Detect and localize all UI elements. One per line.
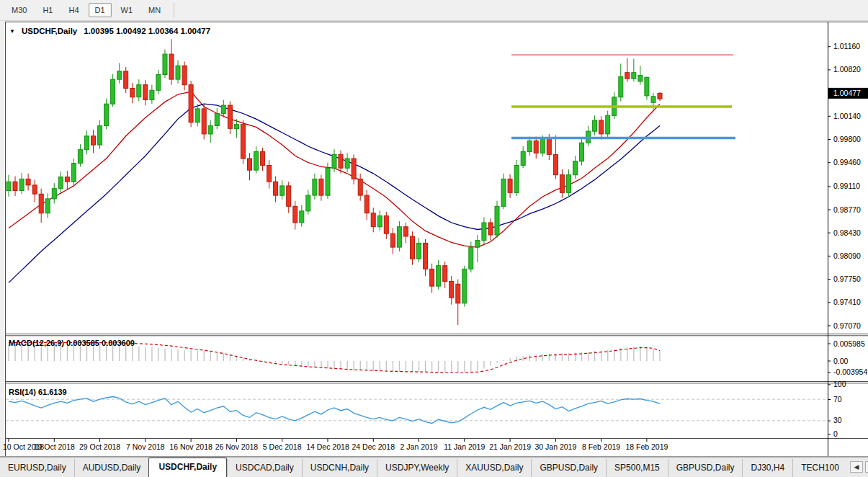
- chart-tab-dj30-10[interactable]: DJ30,H4: [742, 459, 792, 477]
- svg-text:14 Dec 2018: 14 Dec 2018: [306, 442, 349, 451]
- svg-text:0.99460: 0.99460: [833, 158, 861, 166]
- timeframe-button-w1[interactable]: W1: [115, 3, 140, 17]
- svg-text:0.97070: 0.97070: [833, 321, 861, 330]
- chart-title: ▼ USDCHF,Daily 1.00395 1.00492 1.00364 1…: [9, 27, 210, 35]
- svg-text:29 Oct 2018: 29 Oct 2018: [79, 442, 120, 451]
- svg-text:1.00140: 1.00140: [833, 112, 861, 120]
- timeframe-button-d1[interactable]: D1: [89, 3, 112, 17]
- svg-text:18 Feb 2019: 18 Feb 2019: [625, 442, 668, 451]
- tab-scroll-left-icon[interactable]: ◀: [850, 461, 863, 473]
- svg-text:100: 100: [833, 380, 846, 388]
- chart-ohlc-values: 1.00395 1.00492 1.00364 1.00477: [84, 27, 210, 35]
- svg-text:30 Jan 2019: 30 Jan 2019: [534, 442, 576, 451]
- chart-tab-audusd-1[interactable]: AUDUSD,Daily: [74, 459, 149, 477]
- chart-tab-gbpusd-7[interactable]: GBPUSD,Daily: [531, 459, 606, 477]
- svg-text:19 Oct 2018: 19 Oct 2018: [34, 442, 75, 451]
- chart-tab-xauusd-6[interactable]: XAUUSD,Daily: [457, 459, 531, 477]
- svg-text:21 Jan 2019: 21 Jan 2019: [489, 442, 531, 451]
- svg-text:26 Nov 2018: 26 Nov 2018: [215, 442, 259, 451]
- chart-canvas[interactable]: 1.011601.008201.001400.998000.994600.991…: [0, 22, 868, 457]
- tab-scroll-right-icon[interactable]: ▶: [865, 461, 868, 473]
- chart-tab-usdcnh-4[interactable]: USDCNH,Daily: [302, 459, 377, 477]
- svg-text:24 Dec 2018: 24 Dec 2018: [352, 442, 395, 451]
- svg-text:11 Jan 2019: 11 Jan 2019: [444, 442, 485, 451]
- svg-text:0.98770: 0.98770: [833, 205, 861, 214]
- chart-tab-usdchf-2[interactable]: USDCHF,Daily: [148, 458, 227, 477]
- rsi-indicator-label: RSI(14) 61.6139: [9, 388, 67, 396]
- svg-text:0.98090: 0.98090: [833, 251, 861, 260]
- chart-tab-gbpusd-9[interactable]: GBPUSD,Daily: [668, 459, 743, 477]
- mt4-window: { "toolbar": { "timeframes": [ {"label":…: [0, 0, 868, 477]
- chart-symbol-label: USDCHF,Daily: [22, 27, 77, 35]
- svg-text:30: 30: [833, 416, 842, 424]
- svg-text:8 Feb 2019: 8 Feb 2019: [582, 442, 620, 451]
- chart-dropdown-icon[interactable]: ▼: [9, 28, 15, 35]
- chart-tab-usdcad-3[interactable]: USDCAD,Daily: [227, 459, 302, 477]
- svg-text:16 Nov 2018: 16 Nov 2018: [169, 442, 212, 451]
- current-price-value: 1.00477: [833, 89, 861, 97]
- panel-backgrounds: [5, 22, 868, 457]
- timeframe-button-h1[interactable]: H1: [36, 3, 59, 17]
- timeframe-button-m30[interactable]: M30: [5, 3, 33, 17]
- tab-scroll-buttons: ◀▶: [847, 461, 868, 477]
- svg-text:1.00820: 1.00820: [833, 65, 861, 73]
- timeframe-button-h4[interactable]: H4: [62, 3, 85, 17]
- macd-indicator-label: MACD(12,26,9) 0.003585 0.003609: [9, 339, 135, 347]
- svg-text:0: 0: [833, 429, 838, 438]
- svg-text:0.97750: 0.97750: [833, 275, 861, 283]
- timeframe-toolbar: M30H1H4D1W1MN: [0, 0, 868, 21]
- svg-text:2 Jan 2019: 2 Jan 2019: [401, 442, 438, 451]
- timeframe-button-mn[interactable]: MN: [142, 3, 167, 17]
- svg-text:70: 70: [833, 395, 842, 404]
- svg-text:0.00: 0.00: [833, 357, 849, 365]
- svg-text:7 Nov 2018: 7 Nov 2018: [126, 442, 165, 451]
- svg-text:0.98430: 0.98430: [833, 228, 861, 237]
- svg-text:0.99110: 0.99110: [833, 182, 860, 190]
- chart-tab-bar: EURUSD,DailyAUDUSD,DailyUSDCHF,DailyUSDC…: [0, 457, 868, 477]
- svg-text:0.97410: 0.97410: [833, 298, 861, 306]
- svg-text:1.01160: 1.01160: [833, 42, 860, 50]
- chart-tab-usdjpy-5[interactable]: USDJPY,Weekly: [377, 459, 457, 477]
- svg-text:0.99800: 0.99800: [833, 135, 861, 143]
- svg-text:5 Dec 2018: 5 Dec 2018: [263, 442, 302, 451]
- chart-tab-eurusd-0[interactable]: EURUSD,Daily: [0, 459, 74, 477]
- chart-tab-tech100-11[interactable]: TECH100: [792, 459, 847, 477]
- toolbar-separator: [174, 3, 174, 17]
- svg-text:0.005985: 0.005985: [833, 339, 865, 348]
- svg-text:-0.003954: -0.003954: [833, 367, 867, 376]
- chart-tab-sp500-8[interactable]: SP500,M15: [606, 459, 668, 477]
